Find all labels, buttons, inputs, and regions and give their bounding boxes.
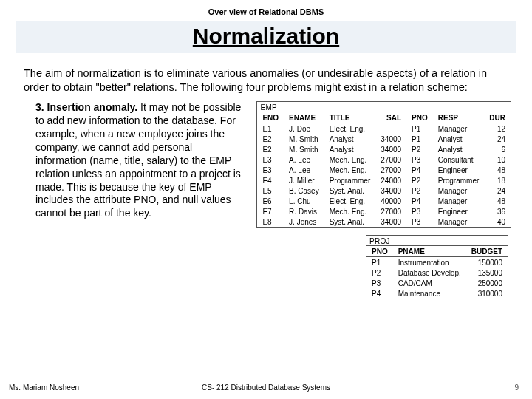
cell: B. Casey xyxy=(284,185,324,196)
cell: Analyst xyxy=(324,134,376,144)
cell: 12 xyxy=(484,123,511,134)
cell: E5 xyxy=(257,185,284,196)
cell: M. Smith xyxy=(284,134,324,144)
table-row: E5B. CaseySyst. Anal.34000P2Manager24 xyxy=(257,185,511,196)
cell: Mech. Eng. xyxy=(324,206,376,216)
cell: Analyst xyxy=(433,144,485,154)
cell: A. Lee xyxy=(284,165,324,175)
cell: M. Smith xyxy=(284,144,324,154)
proj-h2: BUDGET xyxy=(466,246,508,257)
cell: 27000 xyxy=(375,165,406,175)
intro-paragraph: The aim of normalization is to eliminate… xyxy=(24,66,508,94)
emp-h3: SAL xyxy=(375,112,406,123)
table-row: E4J. MillerProgrammer24000P2Programmer18 xyxy=(257,175,511,185)
proj-h0: PNO xyxy=(366,246,393,257)
proj-caption: PROJ xyxy=(366,236,508,245)
cell: CAD/CAM xyxy=(393,278,466,288)
footer-author: Ms. Mariam Nosheen xyxy=(9,383,79,392)
anomaly-body: It may not be possible to add new inform… xyxy=(35,101,241,219)
proj-table: PNO PNAME BUDGET P1Instrumentation150000… xyxy=(366,245,508,299)
cell: E3 xyxy=(257,165,284,175)
cell: Maintenance xyxy=(393,288,466,299)
anomaly-lead: 3. Insertion anomaly. xyxy=(35,101,137,113)
cell: P3 xyxy=(366,278,393,288)
tables-column: EMP ENO ENAME TITLE SAL PNO RESP DUR E1J… xyxy=(256,101,511,299)
cell: Mech. Eng. xyxy=(324,165,376,175)
cell: P1 xyxy=(366,257,393,268)
cell: 34000 xyxy=(375,144,406,154)
table-row: E1J. DoeElect. Eng.P1Manager12 xyxy=(257,123,511,134)
cell: P1 xyxy=(406,123,433,134)
cell: Manager xyxy=(433,196,485,206)
table-row: E3A. LeeMech. Eng.27000P4Engineer48 xyxy=(257,165,511,175)
cell: 10 xyxy=(484,154,511,165)
cell: P3 xyxy=(406,216,433,227)
cell: 27000 xyxy=(375,154,406,165)
cell: P2 xyxy=(366,267,393,278)
cell: Mech. Eng. xyxy=(324,154,376,165)
cell: 36 xyxy=(484,206,511,216)
cell: P3 xyxy=(406,154,433,165)
cell: J. Miller xyxy=(284,175,324,185)
cell: J. Jones xyxy=(284,216,324,227)
table-row: P1Instrumentation150000 xyxy=(366,257,508,268)
emp-caption: EMP xyxy=(257,102,511,112)
cell: E7 xyxy=(257,206,284,216)
cell: Manager xyxy=(433,185,485,196)
emp-h1: ENAME xyxy=(284,112,324,123)
footer: Ms. Mariam Nosheen CS- 212 Distributed D… xyxy=(0,383,532,392)
cell: Programmer xyxy=(433,175,485,185)
table-row: E2M. SmithAnalyst34000P2Analyst6 xyxy=(257,144,511,154)
cell: Manager xyxy=(433,123,485,134)
cell: E4 xyxy=(257,175,284,185)
emp-table: ENO ENAME TITLE SAL PNO RESP DUR E1J. Do… xyxy=(257,112,511,227)
slide: Over view of Relational DBMS Normalizati… xyxy=(0,0,532,399)
slide-title: Normalization xyxy=(193,24,339,48)
content-row: 3. Insertion anomaly. It may not be poss… xyxy=(21,101,511,299)
cell: 34000 xyxy=(375,216,406,227)
cell: 310000 xyxy=(466,288,508,299)
cell: Analyst xyxy=(324,144,376,154)
cell: Database Develop. xyxy=(393,267,466,278)
emp-h5: RESP xyxy=(433,112,485,123)
cell: 48 xyxy=(484,196,511,206)
cell: P3 xyxy=(406,206,433,216)
emp-h0: ENO xyxy=(257,112,284,123)
overview-header: Over view of Relational DBMS xyxy=(21,7,511,16)
cell: Elect. Eng. xyxy=(324,196,376,206)
cell: Programmer xyxy=(324,175,376,185)
cell: 250000 xyxy=(466,278,508,288)
cell: A. Lee xyxy=(284,154,324,165)
cell: E8 xyxy=(257,216,284,227)
cell: Engineer xyxy=(433,206,485,216)
cell: P4 xyxy=(406,196,433,206)
table-row: P3CAD/CAM250000 xyxy=(366,278,508,288)
cell: P2 xyxy=(406,175,433,185)
cell: 150000 xyxy=(466,257,508,268)
cell: L. Chu xyxy=(284,196,324,206)
anomaly-paragraph: 3. Insertion anomaly. It may not be poss… xyxy=(35,101,245,299)
cell: P4 xyxy=(406,165,433,175)
cell: E2 xyxy=(257,144,284,154)
table-row: E2M. SmithAnalyst34000P1Analyst24 xyxy=(257,134,511,144)
table-row: P2Database Develop.135000 xyxy=(366,267,508,278)
table-row: E7R. DavisMech. Eng.27000P3Engineer36 xyxy=(257,206,511,216)
title-band: Normalization xyxy=(16,21,516,53)
proj-table-wrap: PROJ PNO PNAME BUDGET P1Instrumentation1… xyxy=(366,235,508,299)
cell: Instrumentation xyxy=(393,257,466,268)
cell: 48 xyxy=(484,165,511,175)
cell: 135000 xyxy=(466,267,508,278)
cell: P2 xyxy=(406,185,433,196)
cell: Syst. Anal. xyxy=(324,185,376,196)
cell: 34000 xyxy=(375,185,406,196)
cell: 34000 xyxy=(375,134,406,144)
cell: R. Davis xyxy=(284,206,324,216)
cell: P1 xyxy=(406,134,433,144)
cell: Elect. Eng. xyxy=(324,123,376,134)
footer-pageno: 9 xyxy=(514,383,519,392)
emp-table-wrap: EMP ENO ENAME TITLE SAL PNO RESP DUR E1J… xyxy=(256,101,511,228)
cell: 40000 xyxy=(375,196,406,206)
cell: 24 xyxy=(484,134,511,144)
cell: E1 xyxy=(257,123,284,134)
table-row: E8J. JonesSyst. Anal.34000P3Manager40 xyxy=(257,216,511,227)
